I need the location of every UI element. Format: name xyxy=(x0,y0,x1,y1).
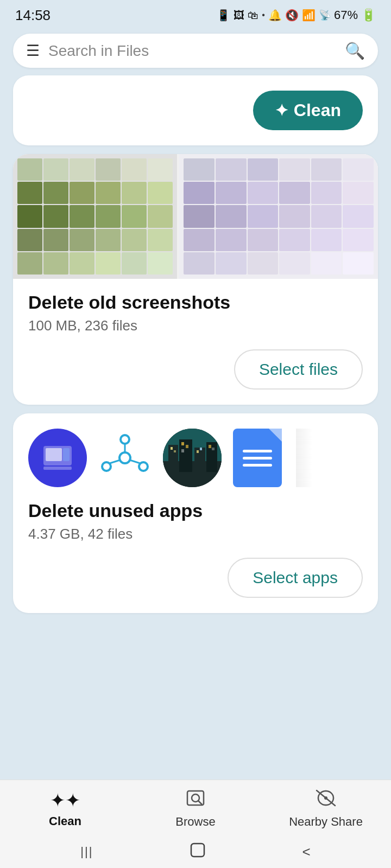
screenshots-card: Delete old screenshots 100 MB, 236 files… xyxy=(13,154,378,405)
battery-level: 67% xyxy=(334,8,358,22)
svg-line-31 xyxy=(317,790,335,806)
screenshots-card-title: Delete old screenshots xyxy=(28,292,363,313)
clean-button[interactable]: ✦ Clean xyxy=(253,91,363,130)
apps-card-subtitle: 4.37 GB, 42 files xyxy=(28,526,363,542)
recents-gesture[interactable]: ||| xyxy=(80,845,93,859)
search-bar-container: ☰ Search in Files 🔍 xyxy=(0,28,391,73)
svg-rect-21 xyxy=(194,448,205,472)
clean-nav-icon: ✦✦ xyxy=(50,789,80,811)
status-time: 14:58 xyxy=(15,7,51,24)
svg-point-6 xyxy=(102,462,111,471)
search-input-placeholder[interactable]: Search in Files xyxy=(48,42,336,60)
svg-rect-17 xyxy=(179,439,192,472)
screenshot-left-preview xyxy=(13,154,177,279)
gallery-icon: 🖼 xyxy=(234,9,244,22)
sparkle-icon: ✦ xyxy=(275,101,288,120)
menu-icon[interactable]: ☰ xyxy=(26,42,40,60)
svg-rect-32 xyxy=(191,844,204,857)
select-apps-button[interactable]: Select apps xyxy=(228,558,363,598)
app-icon-3 xyxy=(163,429,222,487)
bottom-navigation: ✦✦ Clean Browse Nearby Share xyxy=(0,780,391,835)
svg-rect-24 xyxy=(206,442,217,472)
svg-rect-19 xyxy=(186,445,188,448)
more-apps-indicator xyxy=(293,429,315,487)
svg-line-9 xyxy=(110,460,120,463)
svg-point-7 xyxy=(139,462,148,471)
clean-button-label: Clean xyxy=(294,100,341,120)
app-icon-2 xyxy=(96,429,154,487)
svg-line-29 xyxy=(198,801,202,805)
svg-rect-14 xyxy=(168,445,178,472)
apps-card-body: Delete unused apps 4.37 GB, 42 files Sel… xyxy=(13,487,378,613)
status-icons: 📱 🖼 🛍 • 🔔 🔇 📶 📡 67% 🔋 xyxy=(217,8,376,22)
mute-icon: 🔇 xyxy=(285,9,299,22)
svg-rect-26 xyxy=(212,448,215,450)
screenshots-action-row: Select files xyxy=(28,349,363,390)
nav-item-clean[interactable]: ✦✦ Clean xyxy=(0,789,130,828)
apps-action-row: Select apps xyxy=(28,558,363,598)
svg-rect-1 xyxy=(46,448,62,461)
search-icon[interactable]: 🔍 xyxy=(345,41,365,60)
svg-rect-25 xyxy=(209,445,211,448)
sim-icon: 📱 xyxy=(217,9,230,22)
dot-icon: • xyxy=(262,10,265,20)
app-icon-1 xyxy=(28,429,87,487)
wifi-icon: 📶 xyxy=(302,9,316,22)
signal-icon: 📡 xyxy=(319,9,331,21)
svg-rect-20 xyxy=(181,449,184,452)
svg-point-28 xyxy=(192,794,199,802)
alarm-icon: 🔔 xyxy=(268,9,282,22)
nav-item-browse[interactable]: Browse xyxy=(130,789,261,829)
apps-card-title: Delete unused apps xyxy=(28,500,363,521)
nearby-nav-icon xyxy=(315,789,337,812)
browse-nav-icon xyxy=(186,789,205,812)
apps-icons-row xyxy=(13,413,378,487)
browse-nav-label: Browse xyxy=(175,815,215,829)
clean-nav-label: Clean xyxy=(49,814,81,828)
status-bar: 14:58 📱 🖼 🛍 • 🔔 🔇 📶 📡 67% 🔋 xyxy=(0,0,391,28)
select-files-button[interactable]: Select files xyxy=(234,349,363,390)
svg-line-10 xyxy=(130,460,140,463)
clean-card-top: ✦ Clean xyxy=(13,75,378,145)
battery-icon: 🔋 xyxy=(361,8,376,22)
svg-rect-3 xyxy=(43,467,72,470)
svg-rect-2 xyxy=(63,448,70,461)
svg-point-5 xyxy=(121,435,129,444)
bag-icon: 🛍 xyxy=(248,9,258,22)
svg-rect-18 xyxy=(181,442,184,445)
back-gesture[interactable]: < xyxy=(302,844,311,860)
svg-rect-23 xyxy=(200,448,202,450)
svg-point-4 xyxy=(119,452,130,463)
screenshots-card-subtitle: 100 MB, 236 files xyxy=(28,317,363,334)
screenshot-right-preview xyxy=(179,154,378,279)
search-bar[interactable]: ☰ Search in Files 🔍 xyxy=(13,34,378,68)
app-icon-4 xyxy=(230,429,285,487)
gesture-bar: ||| < xyxy=(0,835,391,868)
svg-rect-22 xyxy=(197,450,199,453)
home-gesture[interactable] xyxy=(189,841,206,863)
screenshot-preview xyxy=(13,154,378,279)
nearby-nav-label: Nearby Share xyxy=(289,815,363,829)
nav-item-nearby[interactable]: Nearby Share xyxy=(261,789,391,829)
screenshots-card-body: Delete old screenshots 100 MB, 236 files… xyxy=(13,279,378,405)
svg-rect-15 xyxy=(171,447,173,450)
apps-card: Delete unused apps 4.37 GB, 42 files Sel… xyxy=(13,413,378,613)
svg-rect-16 xyxy=(174,450,176,452)
